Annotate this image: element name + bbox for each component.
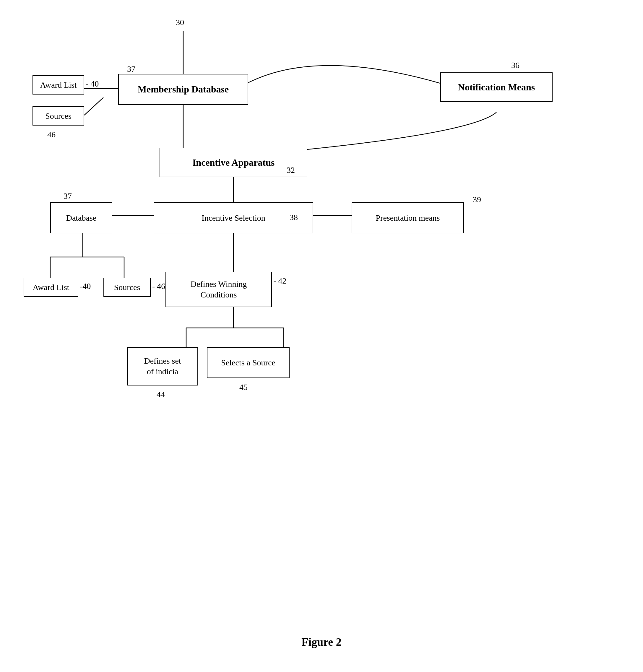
database-number: 37 (63, 192, 72, 201)
diagram: 30 Membership Database 37 Award List - 4… (0, 0, 643, 672)
sources-bottom-node: Sources (104, 278, 151, 297)
svg-line-2 (84, 97, 104, 115)
figure-caption: Figure 2 (0, 635, 643, 648)
incentive-selection-number: 38 (290, 213, 298, 222)
defines-set-number: 44 (157, 390, 165, 399)
presentation-means-number: 39 (473, 195, 481, 204)
membership-database-node: Membership Database (118, 74, 248, 105)
presentation-means-node: Presentation means (352, 202, 464, 233)
sources-top-number: 46 (47, 130, 56, 139)
selects-source-node: Selects a Source (207, 347, 290, 378)
incentive-apparatus-number: 32 (287, 166, 295, 175)
incentive-selection-node: Incentive Selection (154, 202, 313, 233)
defines-set-node: Defines set of indicia (127, 347, 198, 386)
notification-means-number: 36 (511, 61, 520, 70)
sources-bottom-number: - 46 (152, 281, 165, 291)
defines-winning-node: Defines Winning Conditions (166, 272, 272, 307)
award-list-bottom-node: Award List (24, 278, 78, 297)
sources-top-node: Sources (33, 106, 84, 125)
top-number-label: 30 (176, 18, 184, 27)
membership-db-number: 37 (127, 64, 135, 74)
award-list-bottom-number: -40 (80, 281, 91, 291)
award-list-top-node: Award List (33, 75, 84, 95)
notification-means-node: Notification Means (440, 72, 553, 102)
defines-winning-number: - 42 (273, 276, 286, 286)
incentive-apparatus-node: Incentive Apparatus (160, 148, 307, 177)
award-list-top-number: - 40 (86, 79, 99, 89)
selects-source-number: 45 (239, 382, 247, 392)
database-node: Database (50, 202, 112, 233)
